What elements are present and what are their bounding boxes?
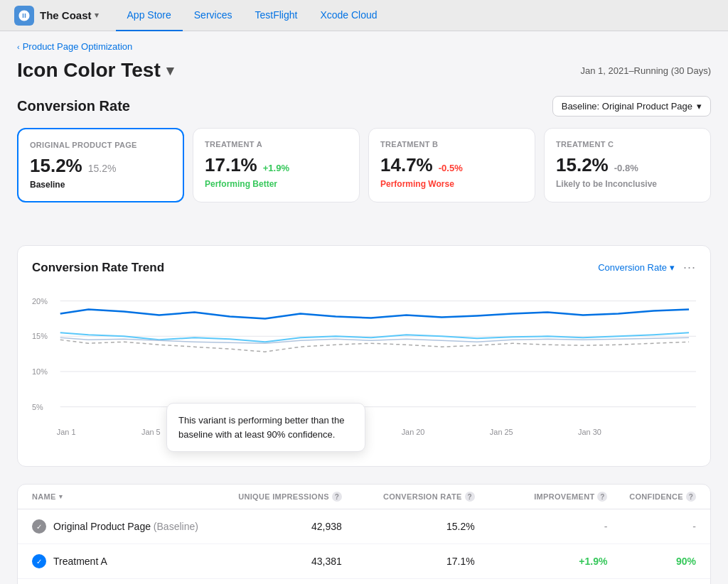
row-name-a: ✓ Treatment A [32,554,209,568]
row-impressions-original: 42,938 [209,521,342,532]
metric-delta-a: +1.9% [263,163,289,173]
svg-text:5%: 5% [32,403,43,411]
metric-value-secondary-original: 15.2% [88,163,117,174]
chart-header: Conversion Rate Trend Conversion Rate ▾ … [32,260,696,275]
date-range: Jan 1, 2021–Running (30 Days) [580,65,711,76]
metric-value-row-original: 15.2% 15.2% [30,155,171,177]
row-name-original: ✓ Original Product Page (Baseline) [32,519,209,534]
section-header-row: Conversion Rate Baseline: Original Produ… [17,96,711,117]
metric-value-original: 15.2% [30,155,82,177]
th-improvement: IMPROVEMENT ? [475,492,608,502]
metric-delta-b: -0.5% [439,163,463,173]
metric-value-row-b: 14.7% -0.5% [380,154,523,176]
th-name: NAME ▾ [32,492,209,502]
th-confidence: CONFIDENCE ? [607,492,696,502]
svg-text:20%: 20% [32,297,48,305]
baseline-dropdown-chevron-icon: ▾ [697,101,702,112]
chart-controls: Conversion Rate ▾ ··· [598,260,696,275]
row-confidence-a: 90% [607,556,696,567]
page-title-row: Icon Color Test ▾ Jan 1, 2021–Running (3… [17,59,711,82]
tab-testflight[interactable]: TestFlight [243,0,309,31]
svg-text:Jan 5: Jan 5 [141,428,161,436]
impressions-help-icon[interactable]: ? [332,492,342,502]
chart-more-button[interactable]: ··· [683,260,696,275]
metric-value-b: 14.7% [380,154,433,176]
page-title-chevron-icon[interactable]: ▾ [166,62,173,79]
svg-text:10%: 10% [32,367,48,376]
breadcrumb-chevron-icon: ‹ [17,43,20,51]
th-conversion: CONVERSION RATE ? [342,492,475,502]
row-icon-a: ✓ [32,554,46,568]
chart-title: Conversion Rate Trend [32,261,164,275]
row-confidence-original: - [607,521,696,532]
svg-text:Jan 20: Jan 20 [402,428,425,436]
tab-services[interactable]: Services [183,0,244,31]
top-nav: The Coast ▾ App Store Services TestFligh… [0,0,728,31]
app-icon [14,6,34,26]
metric-card-treatment-b: TREATMENT B 14.7% -0.5% Performing Worse [368,128,535,202]
svg-text:Jan 30: Jan 30 [578,428,601,436]
svg-text:Jan 25: Jan 25 [490,428,513,436]
metric-delta-c: -0.8% [614,163,638,173]
breadcrumb-bar: ‹ Product Page Optimization [0,31,728,59]
metric-label-a: TREATMENT A [205,140,348,148]
row-improvement-original: - [475,521,608,532]
metric-value-row-c: 15.2% -0.8% [556,154,699,176]
conversion-help-icon[interactable]: ? [465,492,475,502]
table-row: ✓ Original Product Page (Baseline) 42,93… [18,509,710,544]
app-name-button[interactable]: The Coast ▾ [40,9,99,21]
metric-card-treatment-c: TREATMENT C 15.2% -0.8% Likely to be Inc… [544,128,711,202]
tab-app-store[interactable]: App Store [116,0,183,31]
tab-xcode-cloud[interactable]: Xcode Cloud [309,0,388,31]
nav-tabs: App Store Services TestFlight Xcode Clou… [116,0,389,31]
row-impressions-a: 43,381 [209,556,342,567]
table-row: ✓ Treatment B 44,124 16.1% -0.5% 90% [18,579,710,584]
metric-status-b: Performing Worse [380,179,523,189]
table-header: NAME ▾ UNIQUE IMPRESSIONS ? CONVERSION R… [18,485,710,509]
metric-status-a: Performing Better [205,179,348,189]
metric-card-treatment-a: TREATMENT A 17.1% +1.9% Performing Bette… [193,128,360,202]
row-improvement-a: +1.9% [475,556,608,567]
confidence-help-icon[interactable]: ? [686,492,696,502]
conversion-rate-title: Conversion Rate [17,98,130,114]
metric-card-original: ORIGINAL PRODUCT PAGE 15.2% 15.2% Baseli… [17,128,184,202]
row-conversion-a: 17.1% [342,556,475,567]
th-impressions: UNIQUE IMPRESSIONS ? [209,492,342,502]
page-title: Icon Color Test ▾ [17,59,173,82]
metric-label-original: ORIGINAL PRODUCT PAGE [30,141,171,149]
data-table: NAME ▾ UNIQUE IMPRESSIONS ? CONVERSION R… [17,484,711,584]
baseline-dropdown[interactable]: Baseline: Original Product Page ▾ [552,96,711,117]
metric-status-c: Likely to be Inconclusive [556,179,699,189]
row-conversion-original: 15.2% [342,521,475,532]
metric-value-row-a: 17.1% +1.9% [205,154,348,176]
metric-status-original: Baseline [30,180,171,190]
improvement-help-icon[interactable]: ? [597,492,607,502]
sort-icon: ▾ [59,493,63,500]
svg-text:Jan 1: Jan 1 [57,428,76,436]
breadcrumb[interactable]: ‹ Product Page Optimization [17,41,711,52]
svg-text:15%: 15% [32,332,48,340]
tooltip: This variant is performing better than t… [166,403,365,452]
chart-metric-dropdown[interactable]: Conversion Rate ▾ [598,262,675,273]
table-row: ✓ Treatment A 43,381 17.1% +1.9% 90% [18,544,710,579]
metric-cards: ORIGINAL PRODUCT PAGE 15.2% 15.2% Baseli… [17,128,711,202]
metric-value-a: 17.1% [205,154,257,176]
metric-label-c: TREATMENT C [556,140,699,148]
metric-value-c: 15.2% [556,154,609,176]
chart-dropdown-chevron-icon: ▾ [670,262,675,273]
metric-label-b: TREATMENT B [380,140,523,148]
main-content: Icon Color Test ▾ Jan 1, 2021–Running (3… [0,59,728,584]
app-name-chevron-icon: ▾ [95,11,99,20]
row-icon-original: ✓ [32,519,46,534]
